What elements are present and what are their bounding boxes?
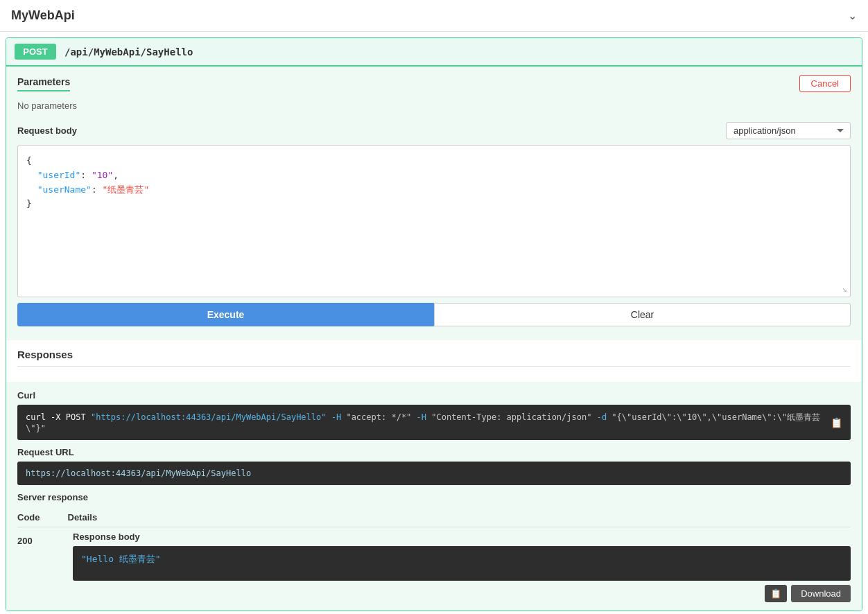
- response-body-text: "Hello 纸墨青芸": [81, 554, 161, 564]
- curl-copy-icon[interactable]: 📋: [831, 417, 842, 428]
- curl-box: curl -X POST "https://localhost:44363/ap…: [17, 405, 851, 440]
- endpoint-path: /api/MyWebApi/SayHello: [64, 46, 193, 58]
- response-code: 200: [17, 532, 73, 546]
- action-buttons: Execute Clear: [17, 303, 851, 326]
- json-editor[interactable]: { "userId": "10", "userName": "纸墨青芸" } ↘: [17, 145, 851, 297]
- parameters-section: Parameters Cancel No parameters Request …: [6, 67, 862, 340]
- response-copy-button[interactable]: 📋: [765, 585, 787, 602]
- request-body-label: Request body: [17, 125, 77, 136]
- method-badge: POST: [15, 44, 56, 60]
- params-header: Parameters Cancel: [17, 75, 851, 92]
- curl-section: Curl curl -X POST "https://localhost:443…: [6, 382, 862, 611]
- response-row: 200 Response body "Hello 纸墨青芸" 📋 Downloa…: [17, 532, 851, 602]
- resize-handle[interactable]: ↘: [842, 284, 847, 294]
- responses-section: Responses: [6, 340, 862, 382]
- response-table-header: Code Details: [17, 508, 851, 527]
- content-type-select[interactable]: application/json text/json application/*…: [726, 122, 851, 139]
- chevron-down-icon[interactable]: ⌄: [848, 9, 857, 22]
- app-header: MyWebApi ⌄: [0, 0, 868, 32]
- server-response-label: Server response: [17, 492, 851, 502]
- params-title: Parameters: [17, 76, 70, 91]
- execute-button[interactable]: Execute: [17, 303, 434, 326]
- response-details: Response body "Hello 纸墨青芸" 📋 Download: [73, 532, 851, 602]
- download-button[interactable]: Download: [791, 585, 851, 602]
- request-body-row: Request body application/json text/json …: [17, 116, 851, 145]
- cancel-button[interactable]: Cancel: [799, 75, 851, 92]
- response-body-actions: 📋 Download: [73, 585, 851, 602]
- app-title: MyWebApi: [11, 8, 75, 23]
- api-section: POST /api/MyWebApi/SayHello Parameters C…: [6, 37, 862, 611]
- responses-title: Responses: [17, 349, 851, 367]
- no-params-text: No parameters: [17, 98, 851, 116]
- curl-label: Curl: [17, 390, 851, 401]
- clear-button[interactable]: Clear: [434, 303, 851, 326]
- details-col-header: Details: [68, 512, 98, 523]
- curl-text: curl -X POST "https://localhost:44363/ap…: [26, 412, 825, 433]
- endpoint-bar: POST /api/MyWebApi/SayHello: [6, 38, 862, 67]
- response-body-box: "Hello 纸墨青芸": [73, 546, 851, 581]
- request-url-label: Request URL: [17, 447, 851, 457]
- request-url-box: https://localhost:44363/api/MyWebApi/Say…: [17, 462, 851, 485]
- request-url-text: https://localhost:44363/api/MyWebApi/Say…: [26, 468, 251, 478]
- response-body-label: Response body: [73, 532, 851, 542]
- code-col-header: Code: [17, 512, 40, 523]
